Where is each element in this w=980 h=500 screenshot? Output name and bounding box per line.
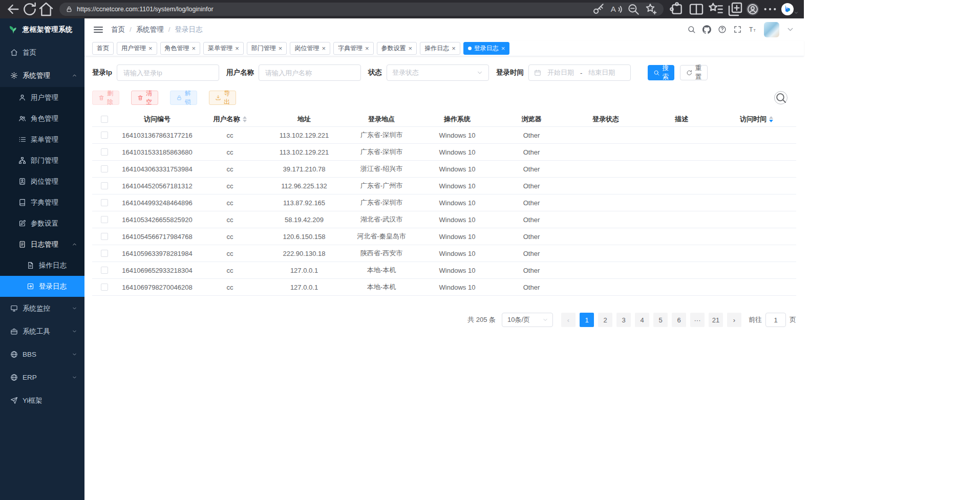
- breadcrumb-home[interactable]: 首页: [111, 25, 125, 34]
- username-input[interactable]: [259, 64, 361, 81]
- sidebar-item-param-settings[interactable]: 参数设置: [0, 213, 84, 234]
- github-button[interactable]: [702, 25, 711, 34]
- login-ip-input[interactable]: [117, 64, 219, 81]
- copilot-button[interactable]: [781, 3, 799, 15]
- select-all-checkbox[interactable]: [101, 116, 108, 123]
- favorites-button[interactable]: [708, 2, 724, 16]
- column-header[interactable]: 用户名称: [198, 112, 262, 126]
- sidebar-item-role-mgmt[interactable]: 角色管理: [0, 108, 84, 129]
- read-aloud-button[interactable]: A: [609, 2, 623, 16]
- close-tab-icon[interactable]: ×: [235, 45, 239, 52]
- sidebar-item-yi-framework[interactable]: Yi框架: [0, 389, 84, 412]
- more-pages-button[interactable]: ···: [690, 313, 705, 327]
- tab-3[interactable]: 菜单管理×: [203, 42, 244, 55]
- page-size-select[interactable]: 10条/页: [502, 313, 553, 327]
- page-button-1[interactable]: 1: [580, 313, 594, 327]
- extensions-button[interactable]: [669, 2, 685, 16]
- split-screen-button[interactable]: [688, 2, 705, 16]
- avatar-caret-icon[interactable]: [786, 25, 795, 34]
- page-button-21[interactable]: 21: [709, 313, 723, 327]
- table-row[interactable]: 1641044520567181312cc112.96.225.132广东省-广…: [92, 178, 796, 194]
- close-tab-icon[interactable]: ×: [365, 45, 369, 52]
- export-button[interactable]: 导出: [209, 91, 236, 105]
- user-avatar[interactable]: [764, 22, 779, 37]
- sidebar-item-login-log[interactable]: 登录日志: [0, 276, 84, 297]
- row-checkbox[interactable]: [101, 182, 108, 189]
- help-button[interactable]: [718, 25, 727, 34]
- row-checkbox[interactable]: [101, 216, 108, 223]
- sidebar-item-post-mgmt[interactable]: 岗位管理: [0, 171, 84, 192]
- font-size-button[interactable]: TT: [749, 25, 757, 34]
- sidebar-item-sys-tools[interactable]: 系统工具: [0, 320, 84, 343]
- row-checkbox[interactable]: [101, 284, 108, 291]
- url-text[interactable]: https://ccnetcore.com:1101/system/log/lo…: [77, 6, 214, 13]
- close-tab-icon[interactable]: ×: [279, 45, 283, 52]
- sidebar-item-dict-mgmt[interactable]: 字典管理: [0, 192, 84, 213]
- next-page-button[interactable]: ›: [727, 313, 741, 327]
- table-row[interactable]: 1641031533185863680cc113.102.129.221广东省-…: [92, 144, 796, 161]
- sort-icon[interactable]: [243, 116, 247, 122]
- browser-home-button[interactable]: [38, 2, 54, 16]
- app-logo[interactable]: 意框架管理系统: [0, 18, 84, 41]
- row-checkbox[interactable]: [101, 250, 108, 257]
- tab-6[interactable]: 字典管理×: [333, 42, 374, 55]
- browser-back-button[interactable]: [5, 2, 22, 16]
- row-checkbox[interactable]: [101, 148, 108, 156]
- table-row[interactable]: 1641044993248464896cc113.87.92.165广东省-深圳…: [92, 194, 796, 211]
- header-search-button[interactable]: [687, 25, 696, 34]
- tab-2[interactable]: 角色管理×: [160, 42, 201, 55]
- row-checkbox[interactable]: [101, 199, 108, 206]
- zoom-out-button[interactable]: [627, 2, 640, 16]
- row-checkbox[interactable]: [101, 267, 108, 274]
- favorite-star-button[interactable]: [644, 2, 657, 16]
- close-tab-icon[interactable]: ×: [409, 45, 413, 52]
- sidebar-item-menu-mgmt[interactable]: 菜单管理: [0, 129, 84, 150]
- close-tab-icon[interactable]: ×: [148, 45, 153, 52]
- profile-button[interactable]: [747, 3, 759, 15]
- row-checkbox[interactable]: [101, 165, 108, 172]
- date-range-picker[interactable]: 开始日期 - 结束日期: [528, 64, 631, 81]
- sidebar-item-home[interactable]: 首页: [0, 41, 84, 64]
- sidebar-item-system-mgmt[interactable]: 系统管理: [0, 64, 84, 87]
- sidebar-item-user-mgmt[interactable]: 用户管理: [0, 87, 84, 108]
- breadcrumb-system[interactable]: 系统管理: [136, 25, 164, 34]
- sidebar-item-log-mgmt[interactable]: 日志管理: [0, 234, 84, 255]
- table-row[interactable]: 1641054566717984768cc120.6.150.158河北省-秦皇…: [92, 228, 796, 245]
- sort-icon[interactable]: [769, 116, 773, 122]
- row-checkbox[interactable]: [101, 132, 108, 139]
- table-row[interactable]: 1641053426655825920cc58.19.42.209湖北省-武汉市…: [92, 211, 796, 228]
- table-row[interactable]: 1641069652933218304cc127.0.0.1本地-本机Windo…: [92, 262, 796, 279]
- delete-button[interactable]: 删除: [92, 91, 119, 105]
- close-tab-icon[interactable]: ×: [192, 45, 196, 52]
- table-row[interactable]: 1641069798270046208cc127.0.0.1本地-本机Windo…: [92, 279, 796, 296]
- close-tab-icon[interactable]: ×: [452, 45, 456, 52]
- tab-7[interactable]: 参数设置×: [377, 42, 417, 55]
- settings-menu-button[interactable]: [762, 2, 778, 16]
- tab-5[interactable]: 岗位管理×: [290, 42, 330, 55]
- table-search-toggle-button[interactable]: [774, 91, 787, 104]
- sidebar-item-sys-monitor[interactable]: 系统监控: [0, 297, 84, 320]
- collections-button[interactable]: [727, 2, 743, 16]
- sidebar-toggle-button[interactable]: [94, 25, 103, 34]
- sidebar-item-op-log[interactable]: 操作日志: [0, 255, 84, 276]
- goto-page-input[interactable]: [765, 313, 786, 327]
- page-button-2[interactable]: 2: [598, 313, 612, 327]
- close-tab-icon[interactable]: ×: [501, 45, 505, 52]
- table-row[interactable]: 1641059633978281984cc222.90.130.18陕西省-西安…: [92, 245, 796, 262]
- close-tab-icon[interactable]: ×: [322, 45, 326, 52]
- sidebar-item-dept-mgmt[interactable]: 部门管理: [0, 150, 84, 171]
- column-header[interactable]: 访问时间: [717, 112, 796, 126]
- page-button-3[interactable]: 3: [616, 313, 631, 327]
- page-button-5[interactable]: 5: [653, 313, 668, 327]
- browser-refresh-button[interactable]: [22, 2, 38, 16]
- sidebar-item-bbs[interactable]: BBS: [0, 343, 84, 366]
- fullscreen-button[interactable]: [733, 25, 742, 34]
- unlock-button[interactable]: 解锁: [170, 91, 197, 105]
- row-checkbox[interactable]: [101, 233, 108, 240]
- address-bar[interactable]: https://ccnetcore.com:1101/system/log/lo…: [59, 3, 664, 16]
- sidebar-item-erp[interactable]: ERP: [0, 366, 84, 389]
- search-button[interactable]: 搜索: [648, 65, 674, 80]
- status-select[interactable]: 登录状态: [387, 64, 489, 81]
- page-button-4[interactable]: 4: [635, 313, 649, 327]
- tab-0[interactable]: 首页: [92, 42, 114, 55]
